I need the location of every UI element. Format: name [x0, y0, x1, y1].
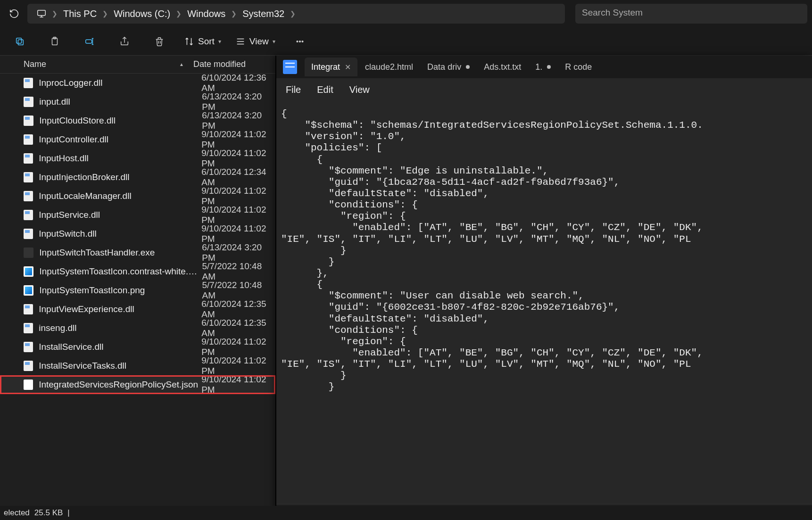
file-row[interactable]: InputService.dll9/10/2024 11:02 PM [0, 206, 275, 224]
file-type-icon [24, 323, 33, 333]
file-name: InputSwitch.dll [39, 229, 201, 239]
notepad-tab[interactable]: Data driv [421, 58, 476, 76]
more-icon [295, 36, 305, 47]
file-row[interactable]: InputViewExperience.dll6/10/2024 12:35 A… [0, 300, 275, 319]
file-date: 6/13/2024 3:20 PM [202, 242, 275, 263]
notepad-tabbar: Integrat✕claude2.htmlData drivAds.txt.tx… [276, 56, 812, 78]
chevron-right-icon: ❯ [289, 10, 297, 17]
sort-dropdown[interactable]: Sort ▾ [184, 36, 221, 47]
notepad-content[interactable]: { "$schema": "schemas/IntegratedServices… [276, 101, 812, 504]
chevron-right-icon: ❯ [101, 10, 109, 17]
chevron-right-icon: ❯ [175, 10, 182, 17]
file-row[interactable]: InputSystemToastIcon.png5/7/2022 10:48 A… [0, 281, 275, 300]
menu-edit[interactable]: Edit [317, 84, 333, 95]
file-date: 9/10/2024 11:02 PM [201, 374, 275, 395]
share-icon [119, 36, 130, 47]
file-row[interactable]: InputController.dll9/10/2024 11:02 PM [0, 130, 275, 149]
file-row[interactable]: InputSystemToastIcon.contrast-white.png5… [0, 262, 275, 281]
refresh-button[interactable] [5, 4, 24, 23]
more-button[interactable] [290, 31, 310, 52]
file-row[interactable]: InprocLogger.dll6/10/2024 12:36 AM [0, 74, 275, 92]
file-row[interactable]: IntegratedServicesRegionPolicySet.json9/… [0, 375, 275, 394]
sort-label: Sort [198, 36, 215, 47]
status-size: 25.5 KB [34, 508, 63, 518]
file-type-icon [24, 172, 33, 182]
share-button[interactable] [114, 31, 135, 52]
view-dropdown[interactable]: View ▾ [235, 36, 275, 47]
notepad-tab[interactable]: claude2.html [358, 58, 420, 76]
notepad-tab[interactable]: Ads.txt.txt [477, 58, 528, 76]
menu-file[interactable]: File [286, 84, 301, 95]
file-name: input.dll [39, 97, 202, 107]
file-type-icon [24, 361, 33, 371]
file-type-icon [24, 266, 33, 277]
tab-label: claude2.html [365, 62, 413, 72]
file-date: 9/10/2024 11:02 PM [201, 337, 275, 357]
column-name-header[interactable]: Name [24, 59, 46, 69]
file-row[interactable]: InputCloudStore.dll6/13/2024 3:20 PM [0, 111, 275, 130]
file-row[interactable]: InputInjectionBroker.dll6/10/2024 12:34 … [0, 168, 275, 187]
file-name: InputInjectionBroker.dll [39, 172, 201, 182]
pc-icon[interactable] [32, 4, 51, 23]
notepad-tab[interactable]: Integrat✕ [305, 58, 357, 76]
file-date: 6/10/2024 12:34 AM [201, 167, 275, 188]
notepad-app-icon [283, 60, 297, 74]
file-row[interactable]: InstallServiceTasks.dll9/10/2024 11:02 P… [0, 356, 275, 375]
file-row[interactable]: InstallService.dll9/10/2024 11:02 PM [0, 338, 275, 356]
file-list-pane: Name ▲ Date modified InprocLogger.dll6/1… [0, 56, 276, 506]
svg-rect-0 [38, 10, 46, 16]
view-label: View [249, 36, 269, 47]
file-row[interactable]: inseng.dll6/10/2024 12:35 AM [0, 319, 275, 338]
copy-button[interactable] [9, 31, 30, 52]
notepad-tab[interactable]: R code [558, 58, 598, 76]
close-icon[interactable]: ✕ [345, 63, 351, 72]
file-name: InputSystemToastIcon.contrast-white.png [39, 266, 202, 277]
file-row[interactable]: InputSwitch.dll9/10/2024 11:02 PM [0, 224, 275, 243]
svg-rect-2 [17, 38, 22, 43]
file-date: 6/13/2024 3:20 PM [202, 91, 275, 112]
file-date: 5/7/2022 10:48 AM [202, 280, 275, 301]
file-name: InputController.dll [39, 134, 201, 145]
file-type-icon [24, 153, 33, 164]
file-list-header: Name ▲ Date modified [0, 56, 275, 74]
unsaved-dot-icon [466, 65, 470, 69]
file-type-icon [24, 285, 33, 296]
search-input[interactable]: Search System [575, 4, 807, 24]
svg-point-7 [299, 41, 300, 42]
file-type-icon [24, 97, 33, 107]
file-row[interactable]: InputLocaleManager.dll9/10/2024 11:02 PM [0, 187, 275, 206]
rename-button[interactable] [79, 31, 100, 52]
file-list[interactable]: InprocLogger.dll6/10/2024 12:36 AMinput.… [0, 74, 275, 506]
file-type-icon [24, 191, 33, 201]
notepad-tab[interactable]: 1. [529, 58, 557, 76]
rename-icon [84, 36, 95, 47]
toolbar: Sort ▾ View ▾ [0, 27, 812, 56]
menu-view[interactable]: View [349, 84, 370, 95]
file-row[interactable]: InputHost.dll9/10/2024 11:02 PM [0, 149, 275, 168]
tab-label: R code [565, 62, 592, 72]
notepad-window: Integrat✕claude2.htmlData drivAds.txt.tx… [276, 56, 812, 520]
tab-label: Data driv [427, 62, 461, 72]
file-type-icon [24, 248, 33, 258]
breadcrumb[interactable]: ❯ This PC ❯ Windows (C:) ❯ Windows ❯ Sys… [27, 4, 565, 24]
status-selected: elected [4, 508, 30, 518]
file-name: InputLocaleManager.dll [39, 191, 201, 201]
file-date: 6/10/2024 12:35 AM [201, 318, 275, 338]
file-date: 9/10/2024 11:02 PM [201, 223, 275, 244]
crumb-system32[interactable]: System32 [238, 7, 289, 21]
file-date: 6/10/2024 12:35 AM [201, 299, 275, 320]
file-name: InputCloudStore.dll [39, 116, 202, 126]
file-date: 9/10/2024 11:02 PM [201, 205, 275, 225]
file-row[interactable]: InputSwitchToastHandler.exe6/13/2024 3:2… [0, 243, 275, 262]
file-row[interactable]: input.dll6/13/2024 3:20 PM [0, 92, 275, 111]
column-date-header[interactable]: Date modified [193, 59, 273, 69]
crumb-windows[interactable]: Windows [182, 7, 230, 21]
file-name: inseng.dll [39, 323, 201, 333]
chevron-right-icon: ❯ [51, 10, 58, 17]
file-type-icon [24, 304, 33, 314]
crumb-this-pc[interactable]: This PC [58, 7, 101, 21]
crumb-drive[interactable]: Windows (C:) [109, 7, 175, 21]
delete-button[interactable] [149, 31, 170, 52]
paste-button[interactable] [44, 31, 65, 52]
sort-asc-icon: ▲ [179, 62, 184, 67]
